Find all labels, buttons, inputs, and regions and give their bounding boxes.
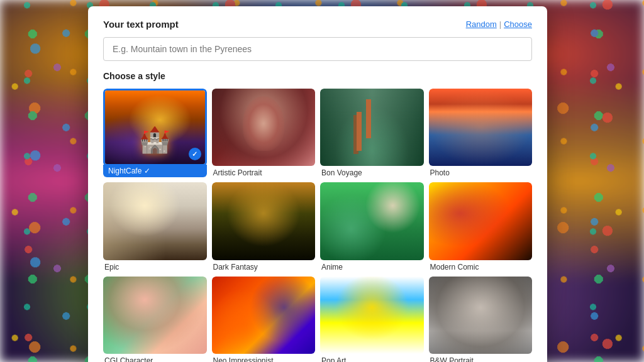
- checkmark-icon: ✓: [192, 150, 197, 158]
- style-image-pop-art: [320, 277, 424, 354]
- style-image-photo: [429, 89, 533, 166]
- anime-image: [320, 182, 424, 260]
- choose-style-title: Choose a style: [103, 71, 532, 81]
- bw-portrait-label: B&W Portrait: [430, 356, 474, 362]
- anime-label: Anime: [321, 263, 343, 272]
- modern-comic-label: Modern Comic: [430, 263, 479, 272]
- style-item-photo[interactable]: Photo: [429, 89, 533, 177]
- nightcafe-label: NightCafe: [108, 167, 142, 175]
- neo-impressionist-image: [212, 277, 316, 354]
- style-image-nightcafe: ✓: [103, 89, 207, 166]
- selected-checkmark: ✓: [189, 148, 201, 160]
- style-image-bw-portrait: [429, 277, 533, 354]
- style-label-wrap-anime: Anime: [320, 260, 424, 272]
- modal-title: Your text prompt: [103, 19, 179, 30]
- style-label-wrap-dark: Dark Fantasy: [212, 260, 316, 272]
- bon-voyage-image: [320, 89, 424, 166]
- choose-link[interactable]: Choose: [504, 19, 532, 29]
- artistic-portrait-label: Artistic Portrait: [213, 168, 262, 177]
- style-image-bon-voyage: [320, 89, 424, 166]
- cgi-image: [103, 277, 207, 354]
- style-image-cgi: [103, 277, 207, 354]
- style-item-bw-portrait[interactable]: B&W Portrait: [429, 277, 533, 362]
- style-label-wrap-bw: B&W Portrait: [429, 354, 533, 362]
- style-label-wrap-bon: Bon Voyage: [320, 166, 424, 177]
- style-image-anime: [320, 182, 424, 260]
- style-label-wrap-cgi: CGI Character: [103, 354, 207, 362]
- cgi-label: CGI Character: [104, 356, 153, 362]
- pop-art-image: [320, 277, 424, 354]
- style-item-modern-comic[interactable]: Modern Comic: [429, 182, 533, 271]
- style-item-pop-art[interactable]: Pop Art: [320, 277, 424, 362]
- style-selected-label: NightCafe ✓: [103, 165, 207, 177]
- style-item-epic[interactable]: Epic: [103, 182, 207, 271]
- prompt-input[interactable]: [103, 37, 532, 61]
- random-link[interactable]: Random: [466, 19, 497, 29]
- style-label-wrap-photo: Photo: [429, 166, 533, 177]
- artistic-portrait-image: [212, 89, 316, 166]
- pop-art-label: Pop Art: [321, 356, 346, 362]
- dark-fantasy-label: Dark Fantasy: [213, 263, 258, 272]
- bw-portrait-image: [429, 277, 533, 354]
- epic-image: [103, 182, 207, 260]
- style-item-cgi-character[interactable]: CGI Character: [103, 277, 207, 362]
- modal-header: Your text prompt Random | Choose: [103, 19, 532, 30]
- style-item-neo-impressionist[interactable]: Neo Impressionist: [212, 277, 316, 362]
- style-item-dark-fantasy[interactable]: Dark Fantasy: [212, 182, 316, 271]
- header-links: Random | Choose: [466, 19, 532, 29]
- style-item-anime[interactable]: Anime: [320, 182, 424, 271]
- style-label-wrap: Artistic Portrait: [212, 166, 316, 177]
- photo-image: [429, 89, 533, 166]
- neo-impressionist-label: Neo Impressionist: [213, 356, 274, 362]
- style-label-wrap-comic: Modern Comic: [429, 260, 533, 272]
- style-image-neo-impressionist: [212, 277, 316, 354]
- style-item-artistic-portrait[interactable]: Artistic Portrait: [212, 89, 316, 177]
- style-item-bon-voyage[interactable]: Bon Voyage: [320, 89, 424, 177]
- style-label-wrap-pop: Pop Art: [320, 354, 424, 362]
- dark-fantasy-image: [212, 182, 316, 260]
- style-label-wrap-epic: Epic: [103, 260, 207, 272]
- link-separator: |: [499, 19, 501, 29]
- modern-comic-image: [429, 182, 533, 260]
- style-image-dark-fantasy: [212, 182, 316, 260]
- bon-voyage-label: Bon Voyage: [321, 168, 362, 177]
- style-image-epic: [103, 182, 207, 260]
- checkmark-selected: ✓: [144, 167, 150, 175]
- style-image-modern-comic: [429, 182, 533, 260]
- photo-label: Photo: [430, 168, 450, 177]
- style-image-artistic-portrait: [212, 89, 316, 166]
- style-picker-modal: Your text prompt Random | Choose Choose …: [88, 6, 547, 362]
- style-label-wrap-neo: Neo Impressionist: [212, 354, 316, 362]
- epic-label: Epic: [104, 263, 119, 272]
- style-item-nightcafe[interactable]: ✓ NightCafe ✓: [103, 89, 207, 177]
- styles-grid: ✓ NightCafe ✓ Artistic Portrait Bon Voy: [103, 89, 532, 362]
